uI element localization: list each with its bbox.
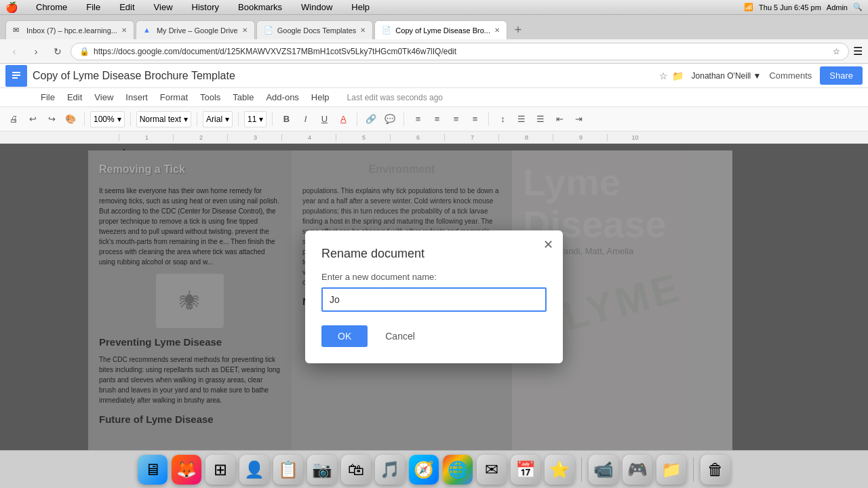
dock-launchpad[interactable]: ⊞ (205, 455, 235, 485)
docs-title-icons: ☆ 📁 (659, 70, 684, 81)
modal-overlay[interactable]: ✕ Rename document Enter a new document n… (0, 144, 868, 450)
bold-button[interactable]: B (278, 111, 294, 127)
tab-inbox-close[interactable]: ✕ (121, 26, 127, 34)
numbered-list-button[interactable]: ☰ (532, 111, 549, 127)
refresh-button[interactable]: ↻ (49, 43, 66, 60)
ruler-mark: 8 (498, 134, 553, 141)
dock-stars[interactable]: ⭐ (545, 455, 574, 485)
link-button[interactable]: 🔗 (363, 111, 379, 127)
tab-bar: ✉ Inbox (7) – hpc.e.learning... ✕ ▲ My D… (0, 15, 868, 39)
user-name: Admin (827, 3, 848, 12)
url-bar[interactable]: 🔒 https://docs.google.com/document/d/125… (71, 43, 849, 60)
docs-menu-tools[interactable]: Tools (195, 90, 226, 104)
docs-menu-format[interactable]: Format (155, 90, 193, 104)
tab-templates-title: Google Docs Templates (277, 26, 357, 35)
bullet-list-button[interactable]: ☰ (513, 111, 530, 127)
docs-menu-table[interactable]: Table (227, 90, 259, 104)
dock-firefox[interactable]: 🦊 (172, 455, 201, 485)
docs-menu-view[interactable]: View (89, 90, 119, 104)
ruler-marks: 1 2 3 4 5 6 7 8 9 10 (119, 134, 729, 141)
dock-finder[interactable]: 🖥 (138, 455, 167, 485)
italic-button[interactable]: I (297, 111, 313, 127)
align-left-button[interactable]: ≡ (410, 111, 426, 127)
tab-doc-close[interactable]: ✕ (494, 26, 500, 34)
tab-inbox[interactable]: ✉ Inbox (7) – hpc.e.learning... ✕ (5, 20, 134, 39)
docs-menu-file[interactable]: File (35, 90, 60, 104)
redo-button[interactable]: ↪ (43, 111, 60, 127)
separator-3 (197, 113, 197, 126)
tab-drive-close[interactable]: ✕ (242, 26, 248, 34)
dock-appstore[interactable]: 🛍 (341, 455, 371, 485)
docs-menu-edit[interactable]: Edit (62, 90, 87, 104)
tab-drive[interactable]: ▲ My Drive – Google Drive ✕ (136, 20, 255, 39)
dock-calendar[interactable]: 📅 (511, 455, 540, 485)
dock-chrome[interactable]: 🌐 (443, 455, 473, 485)
ruler-mark: 7 (444, 134, 498, 141)
dock-games[interactable]: 🎮 (623, 455, 652, 485)
zoom-select[interactable]: 100%▾ (90, 111, 125, 127)
dock-reminders[interactable]: 📋 (273, 455, 303, 485)
comments-button[interactable]: Comments (764, 68, 817, 83)
justify-button[interactable]: ≡ (467, 111, 483, 127)
apple-menu[interactable]: 🍎 (5, 1, 18, 14)
increase-indent-button[interactable]: ⇥ (570, 111, 587, 127)
dock-trash[interactable]: 🗑 (701, 455, 730, 485)
dock-safari[interactable]: 🧭 (409, 455, 439, 485)
back-button[interactable]: ‹ (5, 43, 23, 60)
style-select[interactable]: Normal text▾ (136, 111, 191, 127)
dock-mail[interactable]: ✉ (477, 455, 507, 485)
tab-templates-favicon: 📄 (264, 26, 273, 35)
folder-icon[interactable]: 📁 (672, 70, 684, 81)
docs-menu-addons[interactable]: Add-ons (260, 90, 304, 104)
text-color-button[interactable]: A (335, 111, 351, 127)
share-button[interactable]: Share (820, 66, 863, 85)
view-menu[interactable]: View (150, 1, 177, 14)
user-info: Jonathan O'Neill ▼ (692, 71, 762, 81)
settings-icon[interactable]: ☰ (853, 45, 863, 58)
dialog-cancel-button[interactable]: Cancel (374, 325, 426, 347)
dialog-close-button[interactable]: ✕ (543, 239, 553, 251)
dialog-ok-button[interactable]: OK (321, 325, 368, 347)
star-icon[interactable]: ☆ (833, 47, 840, 56)
dock-photos[interactable]: 📷 (307, 455, 337, 485)
docs-menu-insert[interactable]: Insert (120, 90, 153, 104)
print-button[interactable]: 🖨 (5, 111, 22, 127)
separator-2 (130, 113, 131, 126)
docs-menu-help[interactable]: Help (306, 90, 335, 104)
font-select[interactable]: Arial▾ (203, 111, 233, 127)
document-area[interactable]: Removing a Tick It seems like everyone h… (0, 144, 868, 450)
bookmarks-menu[interactable]: Bookmarks (234, 1, 286, 14)
align-center-button[interactable]: ≡ (429, 111, 445, 127)
dock-contacts[interactable]: 👤 (239, 455, 269, 485)
forward-button[interactable]: › (27, 43, 45, 60)
tab-doc[interactable]: 📄 Copy of Lyme Disease Bro... ✕ (374, 20, 507, 39)
chrome-menu[interactable]: Chrome (32, 1, 71, 14)
dock-itunes[interactable]: 🎵 (375, 455, 405, 485)
fontsize-select[interactable]: 11▾ (244, 111, 267, 127)
help-menu[interactable]: Help (347, 1, 374, 14)
paint-format-button[interactable]: 🎨 (62, 111, 79, 127)
dock-facetime[interactable]: 📹 (589, 455, 618, 485)
spotlight-icon[interactable]: 🔍 (853, 3, 863, 12)
star-doc-icon[interactable]: ☆ (659, 70, 668, 81)
history-menu[interactable]: History (188, 1, 223, 14)
decrease-indent-button[interactable]: ⇤ (551, 111, 568, 127)
ruler-mark: 6 (390, 134, 444, 141)
file-menu[interactable]: File (82, 1, 104, 14)
ruler-mark: 5 (336, 134, 390, 141)
tab-templates-close[interactable]: ✕ (360, 26, 366, 34)
edit-menu[interactable]: Edit (115, 1, 138, 14)
tab-templates[interactable]: 📄 Google Docs Templates ✕ (256, 20, 374, 39)
line-spacing-button[interactable]: ↕ (494, 111, 511, 127)
dialog-input[interactable] (321, 287, 547, 312)
svg-rect-2 (12, 75, 20, 76)
underline-button[interactable]: U (316, 111, 332, 127)
undo-button[interactable]: ↩ (24, 111, 41, 127)
align-right-button[interactable]: ≡ (448, 111, 464, 127)
comment-button[interactable]: 💬 (382, 111, 398, 127)
new-tab-button[interactable]: + (509, 20, 528, 39)
window-menu[interactable]: Window (297, 1, 336, 14)
address-bar: ‹ › ↻ 🔒 https://docs.google.com/document… (0, 39, 868, 64)
ruler: 1 2 3 4 5 6 7 8 9 10 (0, 131, 868, 144)
dock-folder[interactable]: 📁 (656, 455, 686, 485)
